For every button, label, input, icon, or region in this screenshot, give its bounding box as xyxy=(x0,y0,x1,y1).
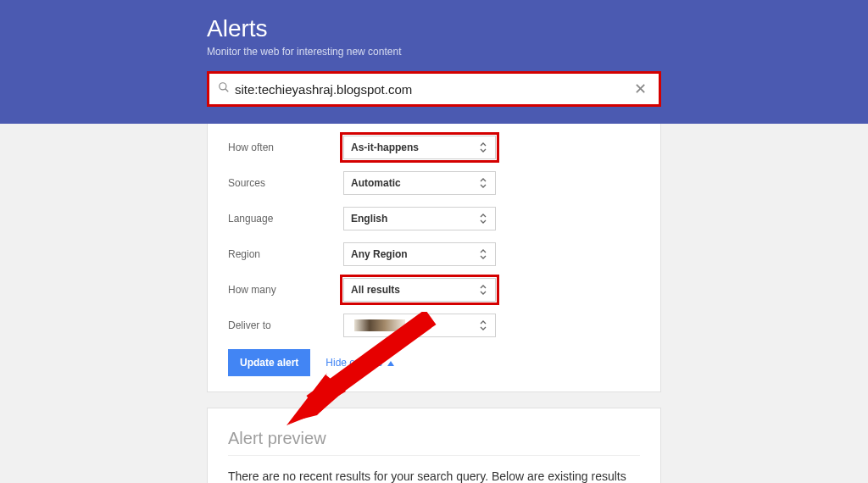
preview-panel: Alert preview There are no recent result… xyxy=(207,408,661,483)
language-label: Language xyxy=(228,213,343,225)
chevron-updown-icon xyxy=(480,285,488,295)
chevron-updown-icon xyxy=(480,178,488,188)
update-alert-button[interactable]: Update alert xyxy=(228,349,310,376)
search-input[interactable] xyxy=(235,74,631,104)
chevron-updown-icon xyxy=(480,142,488,153)
hide-options-label: Hide options xyxy=(326,357,382,369)
clear-icon[interactable]: ✕ xyxy=(631,80,650,98)
sources-value: Automatic xyxy=(351,177,401,189)
chevron-updown-icon xyxy=(480,320,488,330)
search-icon xyxy=(218,81,230,97)
how-often-select[interactable]: As-it-happens xyxy=(343,136,496,159)
sources-label: Sources xyxy=(228,177,343,189)
deliver-to-suffix: om xyxy=(409,319,423,331)
deliver-to-blurred xyxy=(354,319,405,331)
region-select[interactable]: Any Region xyxy=(343,242,496,266)
deliver-to-label: Deliver to xyxy=(228,319,343,331)
how-often-label: How often xyxy=(228,142,343,153)
chevron-updown-icon xyxy=(480,249,488,259)
how-many-select[interactable]: All results xyxy=(343,278,496,302)
region-label: Region xyxy=(228,248,343,260)
svg-point-0 xyxy=(220,83,226,90)
options-panel: How often As-it-happens Sources Automati… xyxy=(207,124,661,392)
how-often-value: As-it-happens xyxy=(351,142,419,153)
preview-message: There are no recent results for your sea… xyxy=(228,468,640,483)
preview-title: Alert preview xyxy=(228,429,640,456)
sources-select[interactable]: Automatic xyxy=(343,171,496,195)
chevron-updown-icon xyxy=(480,214,488,224)
deliver-to-select[interactable]: om xyxy=(343,314,496,337)
page-title: Alerts xyxy=(207,15,661,42)
how-many-value: All results xyxy=(351,284,400,296)
svg-line-1 xyxy=(225,89,229,92)
language-value: English xyxy=(351,213,387,225)
how-many-label: How many xyxy=(228,284,343,296)
page-subtitle: Monitor the web for interesting new cont… xyxy=(207,46,661,58)
region-value: Any Region xyxy=(351,248,408,260)
language-select[interactable]: English xyxy=(343,207,496,230)
hide-options-link[interactable]: Hide options xyxy=(326,357,394,369)
triangle-up-icon xyxy=(387,357,394,369)
search-box[interactable]: ✕ xyxy=(207,71,661,107)
